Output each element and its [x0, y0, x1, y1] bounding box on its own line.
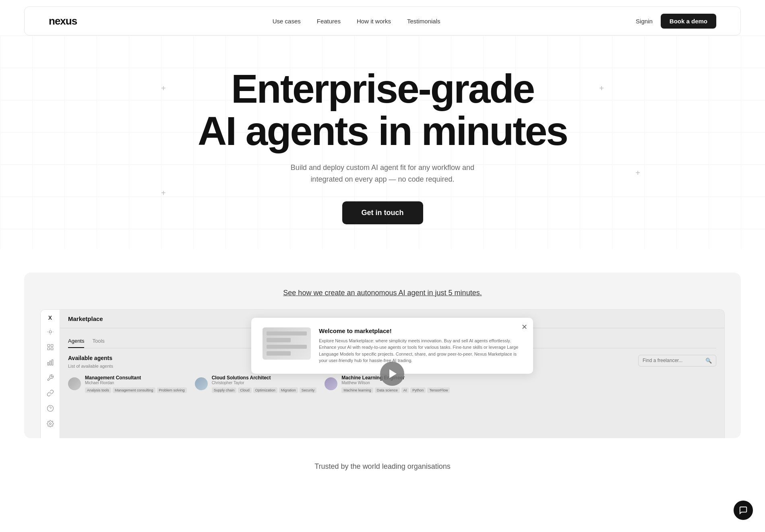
hero-headline: Enterprise-grade AI agents in minutes: [24, 68, 741, 152]
svg-point-8: [47, 405, 53, 411]
modal-img-row-1: [267, 331, 307, 336]
plus-mark-2: +: [161, 188, 166, 198]
modal-img-row-4: [267, 351, 291, 356]
sidebar-x[interactable]: X: [48, 315, 52, 321]
app-main-content: Marketplace ✕: [60, 310, 724, 438]
sidebar-icon-question[interactable]: [46, 404, 55, 413]
modal-close-button[interactable]: ✕: [521, 323, 527, 331]
nav-use-cases[interactable]: Use cases: [273, 18, 301, 25]
hero-headline-line1: Enterprise-grade: [231, 66, 534, 111]
sidebar-icon-settings[interactable]: [46, 419, 55, 428]
svg-rect-5: [48, 362, 49, 365]
brand-logo[interactable]: nexus: [49, 15, 77, 27]
hero-content: Enterprise-grade AI agents in minutes Bu…: [24, 68, 741, 224]
demo-title-link[interactable]: 5 minutes.: [449, 289, 482, 297]
modal-image: [263, 327, 311, 360]
svg-rect-2: [51, 344, 53, 346]
modal-body: Welcome to marketplace! Explore Nexus Ma…: [263, 327, 522, 364]
nav-how-it-works[interactable]: How it works: [357, 18, 391, 25]
chat-bubble[interactable]: [734, 501, 753, 520]
svg-rect-6: [50, 361, 51, 365]
demo-section-title: See how we create an autonomous AI agent…: [40, 289, 725, 297]
nav-features[interactable]: Features: [317, 18, 341, 25]
modal-text: Welcome to marketplace! Explore Nexus Ma…: [319, 327, 522, 364]
hero-subtitle: Build and deploy custom AI agent fit for…: [282, 162, 483, 185]
plus-mark-3: +: [599, 84, 604, 93]
nav-links: Use cases Features How it works Testimon…: [273, 18, 440, 25]
demo-title-prefix: See how we create an autonomous AI agent…: [283, 289, 448, 297]
app-sidebar: X: [41, 310, 60, 438]
get-in-touch-button[interactable]: Get in touch: [342, 201, 423, 224]
plus-mark-1: +: [161, 84, 166, 93]
svg-point-0: [49, 331, 52, 333]
svg-rect-1: [48, 344, 50, 346]
hero-headline-line2: AI agents in minutes: [198, 108, 567, 153]
nav-testimonials[interactable]: Testimonials: [407, 18, 440, 25]
svg-rect-3: [48, 348, 50, 350]
sidebar-icon-link[interactable]: [46, 389, 55, 397]
trusted-label: Trusted by the world leading organisatio…: [24, 462, 741, 471]
chat-icon: [739, 506, 748, 515]
navbar: nexus Use cases Features How it works Te…: [24, 6, 741, 35]
svg-point-10: [49, 422, 51, 424]
svg-rect-4: [51, 348, 53, 350]
trusted-section: Trusted by the world leading organisatio…: [0, 438, 765, 487]
modal-image-inner: [263, 327, 311, 360]
modal-img-row-2: [267, 338, 291, 342]
nav-actions: Signin Book a demo: [636, 14, 716, 29]
modal-overlay: ✕ Welcome to marketplace!: [60, 310, 724, 438]
modal-img-row-3: [267, 345, 307, 349]
modal-body-text: Explore Nexus Marketplace: where simplic…: [319, 337, 522, 364]
sidebar-icon-grid[interactable]: [46, 343, 55, 352]
app-mockup: X Marketplace: [40, 309, 725, 438]
book-demo-button[interactable]: Book a demo: [661, 14, 716, 29]
sidebar-icon-chart[interactable]: [46, 358, 55, 367]
sidebar-icon-home[interactable]: [46, 327, 55, 336]
svg-rect-7: [52, 360, 53, 365]
sidebar-icon-tools[interactable]: [46, 373, 55, 382]
demo-section: See how we create an autonomous AI agent…: [24, 273, 741, 438]
play-icon[interactable]: [380, 362, 404, 386]
hero-section: + + + + Enterprise-grade AI agents in mi…: [0, 35, 765, 248]
modal-title: Welcome to marketplace!: [319, 327, 522, 334]
plus-mark-4: +: [635, 168, 640, 178]
signin-button[interactable]: Signin: [636, 18, 653, 25]
video-play-button[interactable]: [380, 362, 404, 386]
